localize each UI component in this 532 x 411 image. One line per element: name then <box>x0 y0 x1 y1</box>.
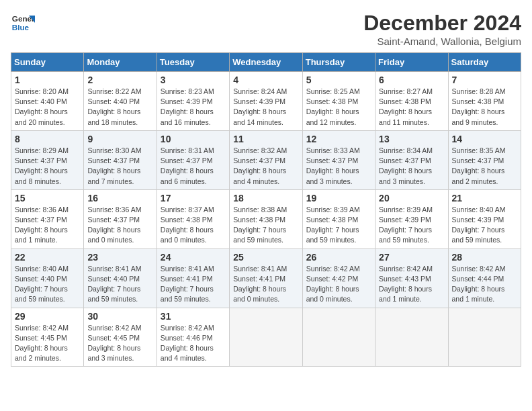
day-number: 21 <box>452 193 517 203</box>
sunset-time: Sunset: 4:39 PM <box>452 216 504 224</box>
calendar-day-cell: 11Sunrise: 8:32 AMSunset: 4:37 PMDayligh… <box>230 130 302 189</box>
calendar-day-cell: 14Sunrise: 8:35 AMSunset: 4:37 PMDayligh… <box>448 130 521 189</box>
calendar-day-cell: 23Sunrise: 8:41 AMSunset: 4:40 PMDayligh… <box>84 248 157 308</box>
sunrise-time: Sunrise: 8:42 AM <box>452 265 506 273</box>
calendar-day-cell: 19Sunrise: 8:39 AMSunset: 4:38 PMDayligh… <box>302 189 375 248</box>
day-info: Sunrise: 8:42 AMSunset: 4:42 PMDaylight:… <box>306 264 371 305</box>
day-number: 9 <box>87 134 152 144</box>
calendar-week-row: 22Sunrise: 8:40 AMSunset: 4:40 PMDayligh… <box>11 248 521 308</box>
day-info: Sunrise: 8:28 AMSunset: 4:38 PMDaylight:… <box>452 87 517 128</box>
sunset-time: Sunset: 4:39 PM <box>233 97 285 105</box>
day-info: Sunrise: 8:42 AMSunset: 4:43 PMDaylight:… <box>379 264 444 305</box>
day-info: Sunrise: 8:30 AMSunset: 4:37 PMDaylight:… <box>87 146 152 187</box>
page-header: General Blue December 2024 Saint-Amand, … <box>11 11 521 47</box>
sunset-time: Sunset: 4:37 PM <box>233 156 285 165</box>
sunset-time: Sunset: 4:37 PM <box>15 156 67 165</box>
sunrise-time: Sunrise: 8:29 AM <box>15 146 69 154</box>
daylight-hours: Daylight: 8 hours and 6 minutes. <box>161 167 214 185</box>
calendar-week-row: 29Sunrise: 8:42 AMSunset: 4:45 PMDayligh… <box>11 308 521 367</box>
sunrise-time: Sunrise: 8:33 AM <box>306 146 360 154</box>
daylight-hours: Daylight: 8 hours and 3 minutes. <box>306 167 359 185</box>
day-info: Sunrise: 8:31 AMSunset: 4:37 PMDaylight:… <box>161 146 226 187</box>
day-number: 13 <box>379 134 444 144</box>
day-info: Sunrise: 8:37 AMSunset: 4:38 PMDaylight:… <box>161 205 226 246</box>
day-number: 15 <box>15 193 80 203</box>
sunset-time: Sunset: 4:43 PM <box>379 275 431 283</box>
day-number: 17 <box>161 193 226 203</box>
daylight-hours: Daylight: 8 hours and 16 minutes. <box>161 107 214 126</box>
calendar-day-cell <box>448 308 521 367</box>
calendar-day-cell: 29Sunrise: 8:42 AMSunset: 4:45 PMDayligh… <box>11 308 84 367</box>
daylight-hours: Daylight: 8 hours and 8 minutes. <box>15 167 68 185</box>
sunrise-time: Sunrise: 8:20 AM <box>15 87 69 95</box>
sunset-time: Sunset: 4:44 PM <box>452 275 504 283</box>
sunset-time: Sunset: 4:37 PM <box>87 216 140 224</box>
sunrise-time: Sunrise: 8:34 AM <box>379 146 433 154</box>
day-number: 31 <box>161 311 226 322</box>
sunrise-time: Sunrise: 8:39 AM <box>379 205 433 214</box>
calendar-day-cell: 10Sunrise: 8:31 AMSunset: 4:37 PMDayligh… <box>157 130 229 189</box>
sunrise-time: Sunrise: 8:41 AM <box>87 265 141 273</box>
svg-text:Blue: Blue <box>12 23 30 32</box>
sunset-time: Sunset: 4:39 PM <box>161 97 213 105</box>
daylight-hours: Daylight: 8 hours and 9 minutes. <box>452 107 505 126</box>
calendar-day-cell <box>230 308 302 367</box>
daylight-hours: Daylight: 8 hours and 3 minutes. <box>87 344 140 362</box>
calendar-day-cell: 21Sunrise: 8:40 AMSunset: 4:39 PMDayligh… <box>448 189 521 248</box>
calendar-day-cell <box>375 308 448 367</box>
calendar-day-cell: 9Sunrise: 8:30 AMSunset: 4:37 PMDaylight… <box>84 130 157 189</box>
daylight-hours: Daylight: 8 hours and 0 minutes. <box>87 226 140 244</box>
calendar-day-cell: 4Sunrise: 8:24 AMSunset: 4:39 PMDaylight… <box>230 72 302 131</box>
day-number: 22 <box>15 252 80 263</box>
weekday-header-friday: Friday <box>375 53 448 72</box>
logo-icon: General Blue <box>11 11 35 35</box>
sunrise-time: Sunrise: 8:24 AM <box>233 87 287 95</box>
sunrise-time: Sunrise: 8:42 AM <box>379 265 433 273</box>
sunset-time: Sunset: 4:37 PM <box>306 156 359 165</box>
calendar-day-cell: 6Sunrise: 8:27 AMSunset: 4:38 PMDaylight… <box>375 72 448 131</box>
calendar-day-cell: 2Sunrise: 8:22 AMSunset: 4:40 PMDaylight… <box>84 72 157 131</box>
day-info: Sunrise: 8:22 AMSunset: 4:40 PMDaylight:… <box>87 87 152 128</box>
daylight-hours: Daylight: 8 hours and 14 minutes. <box>233 107 286 126</box>
sunrise-time: Sunrise: 8:30 AM <box>87 146 141 154</box>
day-number: 18 <box>233 193 298 203</box>
sunset-time: Sunset: 4:38 PM <box>306 216 359 224</box>
calendar-day-cell: 18Sunrise: 8:38 AMSunset: 4:38 PMDayligh… <box>230 189 302 248</box>
day-info: Sunrise: 8:39 AMSunset: 4:38 PMDaylight:… <box>306 205 371 246</box>
sunset-time: Sunset: 4:38 PM <box>161 216 213 224</box>
day-info: Sunrise: 8:42 AMSunset: 4:45 PMDaylight:… <box>87 323 152 364</box>
day-number: 1 <box>15 75 80 85</box>
calendar-day-cell: 20Sunrise: 8:39 AMSunset: 4:39 PMDayligh… <box>375 189 448 248</box>
weekday-header-tuesday: Tuesday <box>157 53 229 72</box>
sunset-time: Sunset: 4:41 PM <box>161 275 213 283</box>
sunrise-time: Sunrise: 8:32 AM <box>233 146 287 154</box>
day-info: Sunrise: 8:42 AMSunset: 4:46 PMDaylight:… <box>161 323 226 364</box>
weekday-header-thursday: Thursday <box>302 53 375 72</box>
daylight-hours: Daylight: 8 hours and 20 minutes. <box>15 107 68 126</box>
sunrise-time: Sunrise: 8:42 AM <box>161 324 214 332</box>
sunset-time: Sunset: 4:38 PM <box>306 97 359 105</box>
day-info: Sunrise: 8:36 AMSunset: 4:37 PMDaylight:… <box>87 205 152 246</box>
daylight-hours: Daylight: 8 hours and 7 minutes. <box>87 167 140 185</box>
calendar-day-cell: 7Sunrise: 8:28 AMSunset: 4:38 PMDaylight… <box>448 72 521 131</box>
sunset-time: Sunset: 4:37 PM <box>161 156 213 165</box>
day-info: Sunrise: 8:25 AMSunset: 4:38 PMDaylight:… <box>306 87 371 128</box>
daylight-hours: Daylight: 8 hours and 1 minute. <box>452 285 505 303</box>
day-info: Sunrise: 8:24 AMSunset: 4:39 PMDaylight:… <box>233 87 298 128</box>
daylight-hours: Daylight: 7 hours and 59 minutes. <box>306 226 359 244</box>
weekday-header-saturday: Saturday <box>448 53 521 72</box>
sunrise-time: Sunrise: 8:27 AM <box>379 87 433 95</box>
sunset-time: Sunset: 4:37 PM <box>452 156 504 165</box>
calendar-day-cell: 30Sunrise: 8:42 AMSunset: 4:45 PMDayligh… <box>84 308 157 367</box>
daylight-hours: Daylight: 8 hours and 11 minutes. <box>379 107 432 126</box>
day-number: 20 <box>379 193 444 203</box>
sunrise-time: Sunrise: 8:42 AM <box>15 324 69 332</box>
daylight-hours: Daylight: 8 hours and 0 minutes. <box>161 226 214 244</box>
calendar-day-cell: 5Sunrise: 8:25 AMSunset: 4:38 PMDaylight… <box>302 72 375 131</box>
calendar-day-cell: 31Sunrise: 8:42 AMSunset: 4:46 PMDayligh… <box>157 308 229 367</box>
sunset-time: Sunset: 4:45 PM <box>15 334 67 342</box>
weekday-header-row: SundayMondayTuesdayWednesdayThursdayFrid… <box>11 53 521 72</box>
sunrise-time: Sunrise: 8:40 AM <box>15 265 69 273</box>
weekday-header-monday: Monday <box>84 53 157 72</box>
sunset-time: Sunset: 4:39 PM <box>379 216 431 224</box>
